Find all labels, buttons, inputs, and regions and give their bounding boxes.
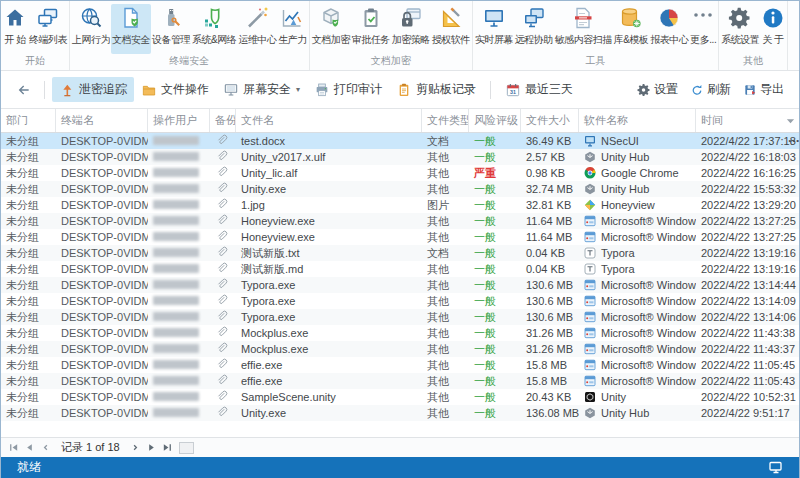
ribbon-item-system-settings[interactable]: 系统设置 xyxy=(720,4,760,54)
pager-prev-button[interactable] xyxy=(21,441,37,455)
pager-first-button[interactable] xyxy=(5,441,21,455)
screen-security-icon xyxy=(223,82,239,98)
table-row[interactable]: 未分组 DESKTOP-0VIDMDJ Unity.exe 其他 一般 136.… xyxy=(1,405,799,421)
table-row[interactable]: 未分组 DESKTOP-0VIDMDJ Unity.exe 其他 一般 32.7… xyxy=(1,181,799,197)
ribbon-item-start[interactable]: 开 始 xyxy=(2,4,28,54)
ribbon-item-ops-center[interactable]: 运维中心 xyxy=(237,4,277,54)
table-row[interactable]: 未分组 DESKTOP-0VIDMDJ Honeyview.exe 其他 一般 … xyxy=(1,213,799,229)
ribbon-item-device-mgmt[interactable]: 设备管理 xyxy=(151,4,191,54)
ribbon-item-remote-assist[interactable]: 远程协助 xyxy=(514,4,554,54)
pager-next2-button[interactable] xyxy=(128,441,144,455)
toolbar-button-clipboard-records[interactable]: 剪贴板记录 xyxy=(389,77,483,102)
column-header-filetype[interactable]: 文件类型 xyxy=(422,109,469,132)
app-mswin-icon xyxy=(584,359,596,371)
toolbar-button-export[interactable]: 导出 xyxy=(738,78,789,101)
toolbar-button-settings[interactable]: 设置 xyxy=(632,78,683,101)
ribbon-item-report-center[interactable]: 报表中心 xyxy=(649,4,689,54)
clipboard-check-icon xyxy=(359,6,383,30)
column-header-risk[interactable]: 风险评级 xyxy=(469,109,521,132)
cell-backup xyxy=(210,389,236,405)
table-row[interactable]: 未分组 DESKTOP-0VIDMDJ Mockplus.exe 其他 一般 3… xyxy=(1,325,799,341)
table-row[interactable]: 未分组 DESKTOP-0VIDMDJ Typora.exe 其他 一般 130… xyxy=(1,309,799,325)
ribbon-item-label: 敏感内容扫描 xyxy=(555,33,612,47)
cell-filetype: 其他 xyxy=(422,357,469,373)
ribbon-group-label: 工具 xyxy=(474,54,718,71)
column-header-software[interactable]: 软件名称 xyxy=(579,109,696,132)
redacted-username xyxy=(153,216,199,225)
ribbon-group-label: 其他 xyxy=(720,54,786,71)
cell-backup xyxy=(210,245,236,261)
app-unity-icon xyxy=(584,391,596,403)
toolbar-button-leak-trace[interactable]: 泄密追踪 xyxy=(52,77,134,102)
database-icon xyxy=(619,6,643,30)
cell-backup xyxy=(210,181,236,197)
column-header-terminal[interactable]: 终端名 xyxy=(56,109,148,132)
column-header-label: 软件名称 xyxy=(584,113,628,128)
column-header-time[interactable]: 时间 xyxy=(696,109,799,132)
table-row[interactable]: 未分组 DESKTOP-0VIDMDJ effie.exe 其他 一般 15.8… xyxy=(1,357,799,373)
pager-custom-button[interactable] xyxy=(179,442,194,454)
column-header-backup[interactable]: 备份 xyxy=(210,109,236,132)
toolbar-button-recent-three-days[interactable]: 31最近三天 xyxy=(498,77,580,102)
table-row[interactable]: 未分组 DESKTOP-0VIDMDJ Mockplus.exe 其他 一般 3… xyxy=(1,341,799,357)
ribbon-item-productivity[interactable]: 生产力 xyxy=(277,4,308,54)
cell-dept: 未分组 xyxy=(1,197,56,213)
productivity-chart-icon xyxy=(280,6,304,30)
table-row[interactable]: 未分组 DESKTOP-0VIDMDJ 测试新版.md 其他 一般 0.04 K… xyxy=(1,261,799,277)
table-row[interactable]: 未分组 DESKTOP-0VIDMDJ test.docx 文档 一般 36.4… xyxy=(1,133,799,149)
ribbon-item-licensed-software[interactable]: 授权软件 xyxy=(431,4,471,54)
app-mswin-icon xyxy=(584,279,596,291)
ribbon-item-approval-tasks[interactable]: 审批任务 xyxy=(351,4,391,54)
table-row[interactable]: 未分组 DESKTOP-0VIDMDJ 1.jpg 图片 一般 32.81 KB… xyxy=(1,197,799,213)
toolbar-button-screen-security[interactable]: 屏幕安全 ▾ xyxy=(216,77,307,102)
ribbon-item-sensitive-scan[interactable]: 敏感内容扫描 xyxy=(554,4,613,54)
column-header-label: 风险评级 xyxy=(474,113,518,128)
pager-next-button[interactable] xyxy=(144,441,160,455)
toolbar-button-label: 设置 xyxy=(654,81,678,98)
ribbon-item-more[interactable]: 更多... xyxy=(689,4,717,54)
cell-risk: 一般 xyxy=(469,357,521,373)
ribbon-item-encrypt-policy[interactable]: 加密策略 xyxy=(391,4,431,54)
table-row[interactable]: 未分组 DESKTOP-0VIDMDJ Typora.exe 其他 一般 130… xyxy=(1,293,799,309)
table-row[interactable]: 未分组 DESKTOP-0VIDMDJ Unity_v2017.x.ulf 其他… xyxy=(1,149,799,165)
toolbar-button-label: 导出 xyxy=(760,81,784,98)
column-header-filesize[interactable]: 文件大小 xyxy=(521,109,579,132)
cell-time: 2022/4/22 9:51:17 xyxy=(696,405,799,421)
ribbon-item-system-network[interactable]: 系统&网络 xyxy=(191,4,237,54)
toolbar-button-print-audit[interactable]: 打印审计 xyxy=(307,77,389,102)
ribbon-item-library-templates[interactable]: 库&模板 xyxy=(613,4,650,54)
table-row[interactable]: 未分组 DESKTOP-0VIDMDJ Typora.exe 其他 一般 130… xyxy=(1,277,799,293)
pager-prev2-button[interactable] xyxy=(37,441,53,455)
toolbar-button-file-operations[interactable]: 文件操作 xyxy=(134,77,216,102)
cell-user xyxy=(148,197,210,213)
column-header-filename[interactable]: 文件名 xyxy=(236,109,422,132)
cell-filesize: 0.04 KB xyxy=(521,245,579,261)
ribbon-item-doc-security[interactable]: 文档安全 xyxy=(111,4,151,54)
cell-filetype: 文档 xyxy=(422,133,469,149)
ribbon-item-web-behavior[interactable]: 上网行为 xyxy=(71,4,111,54)
row-overflow-menu[interactable]: ••• xyxy=(789,133,799,149)
table-row[interactable]: 未分组 DESKTOP-0VIDMDJ SampleScene.unity 其他… xyxy=(1,389,799,405)
table-row[interactable]: 未分组 DESKTOP-0VIDMDJ Honeyview.exe 其他 一般 … xyxy=(1,229,799,245)
table-row[interactable]: 未分组 DESKTOP-0VIDMDJ effie.exe 其他 一般 15.8… xyxy=(1,373,799,389)
remote-monitors-icon xyxy=(522,6,546,30)
column-header-dept[interactable]: 部门 xyxy=(1,109,56,132)
cell-filesize: 15.8 MB xyxy=(521,357,579,373)
toolbar-button-refresh[interactable]: 刷新 xyxy=(685,78,736,101)
cell-risk: 一般 xyxy=(469,373,521,389)
table-row[interactable]: 未分组 DESKTOP-0VIDMDJ Unity_lic.alf 其他 严重 … xyxy=(1,165,799,181)
ribbon-item-about[interactable]: 关 于 xyxy=(760,4,786,54)
back-button[interactable] xyxy=(11,78,37,102)
cell-terminal: DESKTOP-0VIDMDJ xyxy=(56,181,148,197)
software-name: Typora xyxy=(601,261,635,277)
pager-last-button[interactable] xyxy=(160,441,176,455)
screen-monitor-icon[interactable] xyxy=(769,461,783,474)
ribbon-item-realtime-screen[interactable]: 实时屏幕 xyxy=(474,4,514,54)
cell-user xyxy=(148,341,210,357)
cell-dept: 未分组 xyxy=(1,357,56,373)
column-header-user[interactable]: 操作用户 xyxy=(148,109,210,132)
cell-backup xyxy=(210,341,236,357)
ribbon-item-doc-encrypt[interactable]: 文档加密 xyxy=(311,4,351,54)
ribbon-item-terminal-list[interactable]: 终端列表 xyxy=(28,4,68,54)
table-row[interactable]: 未分组 DESKTOP-0VIDMDJ 测试新版.txt 文档 一般 0.04 … xyxy=(1,245,799,261)
